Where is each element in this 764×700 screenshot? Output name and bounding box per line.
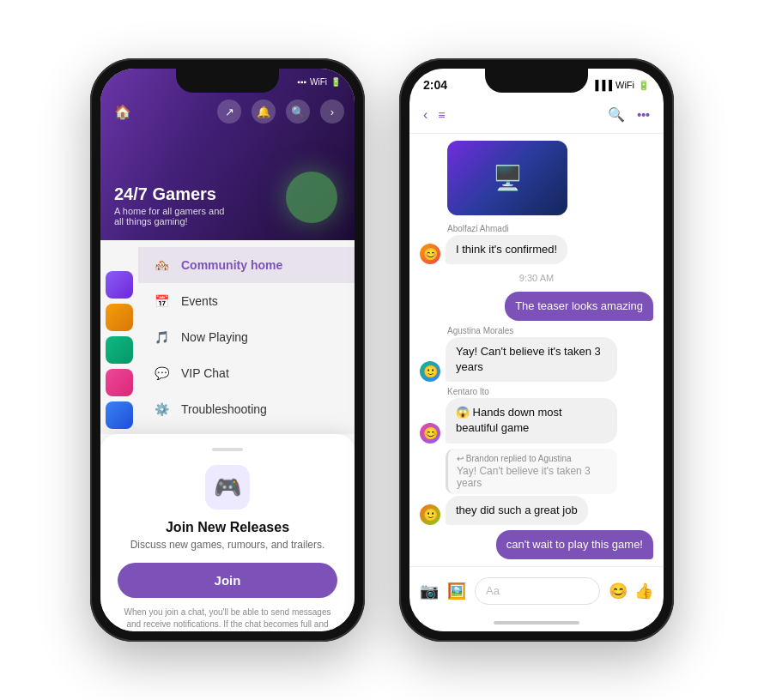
reply-group: ↩ Brandon replied to Agustina Yay! Can't… [420,449,653,525]
menu-item-events[interactable]: 📅 Events [138,283,355,319]
share-icon[interactable]: ↗ [217,100,241,124]
avatar-agustina: 🙂 [420,361,440,382]
message-row-2: The teaser looks amazing [420,292,653,321]
phone-2-content: 2:04 ▐▐▐ WiFi 🔋 ‹ ≡ 🔍 ••• [409,69,664,631]
message-col-4: Kentaro Ito 😱 Hands down most beautiful … [446,387,617,443]
thumbs-up-icon[interactable]: 👍 [634,582,653,600]
reply-label: ↩ Brandon replied to Agustina [457,454,609,463]
battery-icon: 🔋 [330,77,341,87]
troubleshooting-icon: ⚙️ [152,400,171,419]
chevron-right-icon[interactable]: › [320,100,344,124]
bubble-3: Yay! Can't believe it's taken 3 years [446,337,617,382]
events-icon: 📅 [152,292,171,311]
timestamp: 9:30 AM [420,273,653,283]
sheet-note: When you join a chat, you'll be able to … [118,606,337,631]
menu-label: Now Playing [181,330,248,344]
sender-name-3: Agustina Morales [446,326,617,335]
message-row-6: can't wait to play this game! [420,530,653,559]
sheet-handle [212,448,243,451]
menu-icon[interactable]: ≡ [438,108,445,122]
join-sheet: 🎮 Join New Releases Discuss new games, r… [100,434,355,631]
wifi-icon-2: WiFi [615,80,634,90]
phone-1: ▪▪▪ WiFi 🔋 🏠 ↗ 🔔 🔍 › 24/7 Gamers A home … [90,58,365,642]
input-right-icons: 😊 👍 [609,582,653,600]
menu-item-troubleshooting[interactable]: ⚙️ Troubleshooting [138,391,355,427]
menu-label: VIP Chat [181,366,229,380]
avatar-brandon: 🙂 [420,504,440,525]
sheet-description: Discuss new games, rumours, and trailers… [118,539,337,551]
main-area: 🏘️ Community home 📅 Events 🎵 Now Playing… [100,240,355,434]
join-button[interactable]: Join [118,563,337,598]
shared-image [447,141,567,215]
gamepad-icon-wrap: 🎮 [205,465,250,510]
input-placeholder: Aa [486,584,500,597]
message-col-6: can't wait to play this game! [496,530,653,559]
menu-label: Events [181,294,218,308]
search-icon[interactable]: 🔍 [286,100,310,124]
bubble-2: The teaser looks amazing [505,292,653,321]
message-row-4: 😊 Kentaro Ito 😱 Hands down most beautifu… [420,387,653,443]
signal-icon: ▪▪▪ [297,77,306,87]
avatar-kentaro: 😊 [420,423,440,444]
message-col-5: they did such a great job [446,496,588,525]
avatar-4[interactable] [106,369,133,396]
menu-list: 🏘️ Community home 📅 Events 🎵 Now Playing… [138,240,355,434]
nav-bar: ‹ ≡ 🔍 ••• [409,96,664,134]
camera-icon[interactable]: 📷 [420,582,439,600]
message-col-1: Abolfazi Ahmadi I think it's confirmed! [446,224,567,264]
notch-1 [176,69,279,93]
phone-1-screen: ▪▪▪ WiFi 🔋 🏠 ↗ 🔔 🔍 › 24/7 Gamers A home … [100,69,355,631]
image-icon[interactable]: 🖼️ [447,582,466,600]
message-col-3: Agustina Morales Yay! Can't believe it's… [446,326,617,382]
community-home-icon: 🏘️ [152,256,171,275]
message-row-1: 😊 Abolfazi Ahmadi I think it's confirmed… [420,224,653,264]
header-action-icons: ↗ 🔔 🔍 › [217,100,344,124]
gamepad-icon: 🎮 [214,474,241,501]
battery-icon-2: 🔋 [638,80,650,91]
sheet-title: Join New Releases [118,520,337,535]
menu-item-now-playing[interactable]: 🎵 Now Playing [138,319,355,355]
search-icon-2[interactable]: 🔍 [608,106,625,123]
phone-2: 2:04 ▐▐▐ WiFi 🔋 ‹ ≡ 🔍 ••• [399,58,674,642]
reply-preview: ↩ Brandon replied to Agustina Yay! Can't… [446,449,617,494]
bell-icon[interactable]: 🔔 [252,100,276,124]
home-indicator-2 [409,614,664,631]
avatar-3[interactable] [106,336,133,364]
phone-2-screen: 2:04 ▐▐▐ WiFi 🔋 ‹ ≡ 🔍 ••• [409,69,664,631]
input-bar: 📷 🖼️ Aa 😊 👍 [409,566,664,614]
signal-bars-icon: ▐▐▐ [592,80,612,90]
now-playing-icon: 🎵 [152,328,171,347]
message-input[interactable]: Aa [475,577,600,605]
bubble-5: they did such a great job [446,496,588,525]
group-info: 24/7 Gamers A home for all gamers and al… [114,184,234,226]
bubble-1: I think it's confirmed! [446,235,567,264]
sender-name-4: Kentaro Ito [446,387,617,396]
group-banner: ▪▪▪ WiFi 🔋 🏠 ↗ 🔔 🔍 › 24/7 Gamers A home … [100,69,355,240]
menu-item-vip-chat[interactable]: 💬 VIP Chat [138,355,355,391]
nav-right: 🔍 ••• [608,106,650,123]
notch-2 [485,69,588,93]
back-icon[interactable]: ‹ [423,107,427,123]
sender-name-1: Abolfazi Ahmadi [446,224,567,233]
phone-1-content: ▪▪▪ WiFi 🔋 🏠 ↗ 🔔 🔍 › 24/7 Gamers A home … [100,69,355,631]
avatar-2[interactable] [106,304,133,331]
more-options-icon[interactable]: ••• [637,108,650,122]
bubble-4: 😱 Hands down most beautiful game [446,398,617,443]
message-row-5: 🙂 they did such a great job [420,496,653,525]
message-row-3: 🙂 Agustina Morales Yay! Can't believe it… [420,326,653,382]
reply-quoted-text: Yay! Can't believe it's taken 3 years [457,465,609,489]
bubble-6: can't wait to play this game! [496,530,653,559]
avatar-1[interactable] [106,271,133,299]
emoji-icon[interactable]: 😊 [609,582,628,600]
chat-area: 😊 Abolfazi Ahmadi I think it's confirmed… [409,134,664,566]
home-icon[interactable]: 🏠 [111,100,135,124]
sidebar-avatars [100,266,138,434]
status-icons: ▪▪▪ WiFi 🔋 [297,77,341,87]
nav-left: ‹ ≡ [423,107,446,123]
group-subtitle: A home for all gamers and all things gam… [114,206,234,226]
menu-label: Troubleshooting [181,402,267,416]
avatar-5[interactable] [106,401,133,429]
menu-item-community-home[interactable]: 🏘️ Community home [138,247,355,283]
menu-label: Community home [181,258,282,272]
status-icons-2: ▐▐▐ WiFi 🔋 [592,80,650,91]
